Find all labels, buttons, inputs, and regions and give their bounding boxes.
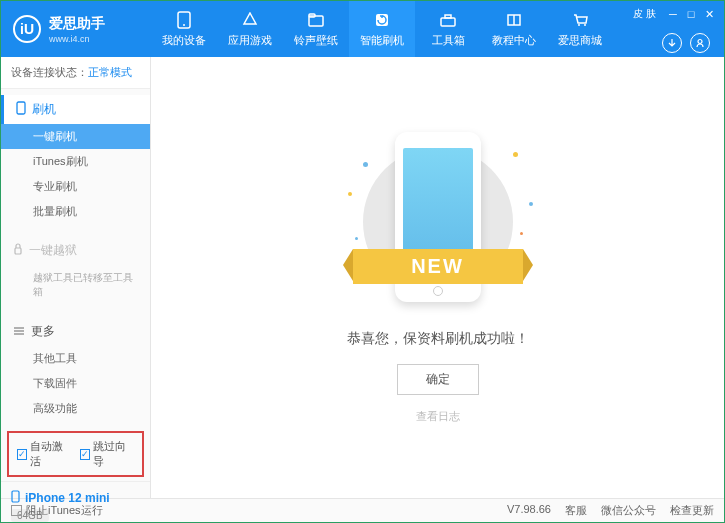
svg-point-9 [578,24,580,26]
sidebar-item-download-fw[interactable]: 下载固件 [1,371,150,396]
footer-support[interactable]: 客服 [565,503,587,518]
nav-apps[interactable]: 应用游戏 [217,1,283,57]
phone-illustration: NEW [383,132,493,312]
sidebar-item-other-tools[interactable]: 其他工具 [1,346,150,371]
toolbox-icon [439,11,457,29]
nav-flash[interactable]: 智能刷机 [349,1,415,57]
block-itunes-label: 阻止iTunes运行 [26,503,103,518]
new-banner: NEW [353,249,523,284]
minimize-button[interactable]: ─ [666,7,680,21]
checkbox-skip-guide[interactable]: ✓ 跳过向导 [80,439,135,469]
cart-icon [571,11,589,29]
user-icon[interactable] [690,33,710,53]
svg-rect-17 [12,491,19,502]
svg-rect-6 [445,15,451,18]
view-log-link[interactable]: 查看日志 [416,409,460,424]
phone-icon [175,11,193,29]
skin-link[interactable]: 皮 肤 [633,7,656,21]
nav-ringtones[interactable]: 铃声壁纸 [283,1,349,57]
footer-wechat[interactable]: 微信公众号 [601,503,656,518]
refresh-icon [373,11,391,29]
svg-point-11 [698,40,702,44]
download-icon[interactable] [662,33,682,53]
svg-rect-5 [441,18,455,26]
svg-rect-13 [15,248,21,254]
connection-status: 设备连接状态：正常模式 [1,57,150,89]
svg-point-10 [584,24,586,26]
version-label: V7.98.66 [507,503,551,518]
nav-store[interactable]: 爱思商城 [547,1,613,57]
sidebar-item-itunes-flash[interactable]: iTunes刷机 [1,149,150,174]
lock-icon [13,243,23,258]
brand-url: www.i4.cn [49,34,105,44]
phone-outline-icon [16,101,26,118]
sidebar: 设备连接状态：正常模式 刷机 一键刷机 iTunes刷机 专业刷机 批量刷机 一… [1,57,151,498]
sidebar-item-oneclick-flash[interactable]: 一键刷机 [1,124,150,149]
svg-rect-12 [17,102,25,114]
sidebar-item-batch-flash[interactable]: 批量刷机 [1,199,150,224]
close-button[interactable]: ✕ [702,7,716,21]
sidebar-item-advanced[interactable]: 高级功能 [1,396,150,421]
check-icon: ✓ [80,449,90,460]
maximize-button[interactable]: □ [684,7,698,21]
book-icon [505,11,523,29]
sidebar-head-more[interactable]: 更多 [1,317,150,346]
checkbox-highlight-area: ✓ 自动激活 ✓ 跳过向导 [7,431,144,477]
svg-point-1 [183,24,185,26]
sidebar-head-flash[interactable]: 刷机 [1,95,150,124]
success-message: 恭喜您，保资料刷机成功啦！ [347,330,529,348]
ok-button[interactable]: 确定 [397,364,479,395]
nav-tutorials[interactable]: 教程中心 [481,1,547,57]
top-nav: 我的设备 应用游戏 铃声壁纸 智能刷机 工具箱 教程中心 爱思商城 [151,1,613,57]
main-panel: NEW 恭喜您，保资料刷机成功啦！ 确定 查看日志 [151,57,724,498]
sidebar-head-jailbreak: 一键越狱 [1,236,150,265]
logo-icon: iU [13,15,41,43]
footer-update[interactable]: 检查更新 [670,503,714,518]
checkbox-block-itunes[interactable] [11,505,22,516]
logo-area[interactable]: iU 爱思助手 www.i4.cn [1,15,151,44]
check-icon: ✓ [17,449,27,460]
app-header: iU 爱思助手 www.i4.cn 我的设备 应用游戏 铃声壁纸 智能刷机 工具… [1,1,724,57]
apps-icon [241,11,259,29]
brand-name: 爱思助手 [49,15,105,33]
checkbox-auto-activate[interactable]: ✓ 自动激活 [17,439,72,469]
menu-icon [13,325,25,339]
sidebar-item-pro-flash[interactable]: 专业刷机 [1,174,150,199]
nav-device[interactable]: 我的设备 [151,1,217,57]
folder-icon [307,11,325,29]
nav-toolbox[interactable]: 工具箱 [415,1,481,57]
jailbreak-note: 越狱工具已转移至工具箱 [1,265,150,305]
